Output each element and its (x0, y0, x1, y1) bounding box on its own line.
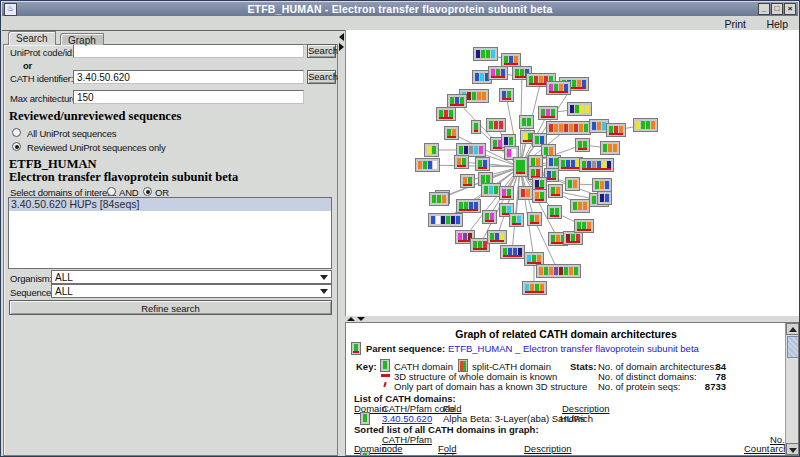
graph-node[interactable] (436, 107, 456, 121)
graph-node[interactable] (487, 230, 507, 244)
sequences-select[interactable]: ALL (51, 284, 332, 298)
graph-node[interactable] (546, 81, 571, 95)
known-structure-underline (566, 241, 580, 243)
organism-select[interactable]: ALL (51, 270, 332, 284)
graph-node[interactable] (522, 281, 547, 295)
uniprot-input[interactable] (73, 44, 304, 58)
menu-print[interactable]: Print (724, 18, 746, 30)
graph-node[interactable] (486, 118, 506, 132)
graph-node[interactable] (606, 123, 626, 137)
domain-list-item[interactable]: 3.40.50.620 HUPs [84seqs] (9, 198, 331, 211)
known-structure-underline (550, 215, 559, 217)
cath-code-link[interactable]: 3.40.50.620 (382, 452, 432, 456)
splitter-expand-down-icon[interactable] (357, 317, 365, 321)
graph-node[interactable] (482, 210, 497, 224)
graph-node[interactable] (563, 231, 583, 245)
graph-node[interactable] (475, 157, 490, 171)
cath-search-button[interactable]: Search (307, 70, 336, 84)
parent-sequence-value[interactable]: ETFB_HUMAN _ Electron transfer flavoprot… (448, 343, 699, 354)
graph-node[interactable] (429, 192, 449, 206)
radio-all-uniprot[interactable] (12, 128, 21, 137)
graph-node[interactable] (519, 115, 534, 129)
graph-node[interactable] (509, 213, 524, 227)
graph-node[interactable] (565, 177, 580, 191)
graph-node[interactable] (499, 88, 514, 102)
graph-node[interactable] (546, 121, 591, 135)
cath-input[interactable]: 3.40.50.620 (73, 70, 304, 84)
menu-help[interactable]: Help (766, 18, 788, 30)
uniprot-label: UniProt code/id: (10, 47, 74, 58)
scrollbar-thumb[interactable] (787, 336, 799, 358)
reviewed-header: Reviewed/unreviewed sequences (9, 109, 181, 124)
title-bar[interactable]: ♨ ETFB_HUMAN - Electron transfer flavopr… (2, 2, 798, 16)
max-architectures-input[interactable]: 150 (73, 90, 304, 104)
graph-node[interactable] (570, 199, 590, 213)
tab-search[interactable]: Search (8, 31, 56, 45)
known-structure-underline (473, 248, 487, 250)
domain-bar (646, 121, 650, 129)
domain-bar (573, 202, 577, 210)
fold-value: Alpha Beta: (438, 452, 487, 456)
minimize-button[interactable]: _ (758, 3, 770, 15)
close-button[interactable]: × (784, 3, 796, 15)
graph-info-panel: Graph of related CATH domain architectur… (345, 322, 799, 456)
domain-bar (427, 146, 431, 154)
graph-node[interactable] (447, 94, 467, 108)
graph-node[interactable] (473, 47, 498, 61)
graph-node[interactable] (579, 158, 614, 172)
refine-search-button[interactable]: Refine search (9, 300, 332, 315)
parent-sequence-label: Parent sequence: (366, 343, 445, 354)
graph-node[interactable] (456, 199, 481, 213)
graph-node[interactable] (488, 66, 508, 80)
domain-list[interactable]: 3.40.50.620 HUPs [84seqs] (8, 197, 332, 269)
uniprot-search-button[interactable]: Search (307, 44, 336, 58)
domain-bar (476, 50, 480, 58)
domain-bar (592, 122, 596, 130)
graph-node[interactable] (532, 189, 547, 203)
scroll-up-button[interactable] (786, 323, 799, 335)
graph-node[interactable] (460, 174, 475, 188)
tab-graph[interactable]: Graph (60, 33, 104, 45)
domain-bar (592, 196, 596, 204)
graph-node[interactable] (454, 155, 469, 169)
splitter-collapse-up-icon[interactable] (347, 317, 355, 321)
graph-node[interactable] (415, 158, 440, 172)
graph-node[interactable] (600, 141, 620, 155)
radio-reviewed-only[interactable] (12, 142, 21, 151)
graph-node[interactable] (424, 143, 439, 157)
domain-bar (600, 181, 604, 189)
graph-center-node[interactable] (513, 157, 528, 177)
graph-node[interactable] (428, 213, 463, 227)
graph-node[interactable] (633, 118, 658, 132)
domain-bar (504, 137, 508, 145)
graph-node[interactable] (536, 264, 581, 278)
graph-node[interactable] (597, 191, 612, 205)
vertical-splitter[interactable] (338, 31, 345, 456)
radio-and[interactable] (107, 187, 116, 196)
domain-bar (544, 147, 548, 155)
graph-node[interactable] (444, 126, 459, 140)
graph-node[interactable] (548, 184, 563, 198)
graph-node[interactable] (575, 138, 590, 152)
graph-node[interactable] (547, 205, 562, 219)
domain-bar (527, 118, 531, 126)
graph-node[interactable] (574, 219, 594, 233)
cath-code-link[interactable]: 3.40.50.620 (382, 413, 432, 424)
menu-bar: Print Help (2, 16, 798, 31)
graph-node[interactable] (527, 212, 542, 226)
architecture-graph-panel[interactable] (345, 30, 799, 316)
graph-node[interactable] (592, 178, 612, 192)
info-scrollbar[interactable] (785, 323, 798, 455)
maximize-button[interactable]: □ (771, 3, 783, 15)
graph-node[interactable] (518, 186, 533, 200)
scroll-down-button[interactable] (786, 443, 799, 455)
splitter-expand-right-icon[interactable] (339, 43, 344, 51)
graph-node[interactable] (500, 245, 525, 259)
radio-or[interactable] (143, 187, 152, 196)
graph-node[interactable] (501, 53, 521, 67)
graph-node[interactable] (538, 106, 558, 120)
graph-node[interactable] (567, 102, 592, 116)
graph-node[interactable] (471, 120, 481, 134)
splitter-collapse-left-icon[interactable] (339, 33, 344, 41)
graph-node[interactable] (499, 186, 514, 200)
